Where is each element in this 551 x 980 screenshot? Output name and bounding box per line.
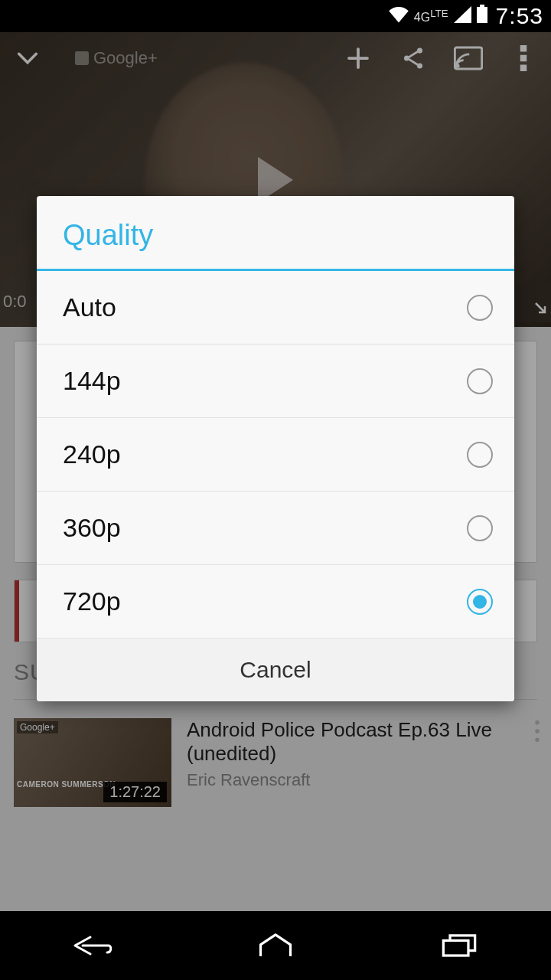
cancel-button[interactable]: Cancel <box>37 639 514 701</box>
recents-button[interactable] <box>413 927 505 964</box>
option-label: 240p <box>63 439 121 469</box>
option-label: 360p <box>63 513 121 543</box>
clock: 7:53 <box>496 3 543 29</box>
quality-option-720p[interactable]: 720p <box>37 565 514 639</box>
svg-rect-1 <box>480 5 484 7</box>
dialog-title: Quality <box>37 196 514 271</box>
network-type: 4GLTE <box>414 8 448 23</box>
radio-icon[interactable] <box>467 368 493 394</box>
radio-icon[interactable] <box>467 442 493 468</box>
quality-option-144p[interactable]: 144p <box>37 345 514 418</box>
battery-icon <box>476 5 488 28</box>
svg-rect-14 <box>443 940 468 956</box>
option-label: 720p <box>63 586 121 616</box>
quality-dialog: Quality Auto144p240p360p720p Cancel <box>37 196 514 701</box>
quality-option-360p[interactable]: 360p <box>37 492 514 565</box>
wifi-icon <box>388 5 409 28</box>
radio-icon[interactable] <box>467 589 493 615</box>
quality-option-auto[interactable]: Auto <box>37 271 514 345</box>
home-button[interactable] <box>230 927 321 964</box>
navigation-bar <box>0 911 551 980</box>
option-label: Auto <box>63 292 116 322</box>
svg-rect-0 <box>477 7 487 23</box>
radio-icon[interactable] <box>467 515 493 541</box>
quality-option-240p[interactable]: 240p <box>37 418 514 492</box>
network-sub: LTE <box>430 8 448 19</box>
radio-icon[interactable] <box>467 295 493 321</box>
status-bar: 4GLTE 7:53 <box>0 0 551 32</box>
network-label: 4G <box>414 11 430 24</box>
back-button[interactable] <box>46 927 138 964</box>
option-label: 144p <box>63 366 121 396</box>
signal-icon <box>453 5 471 28</box>
